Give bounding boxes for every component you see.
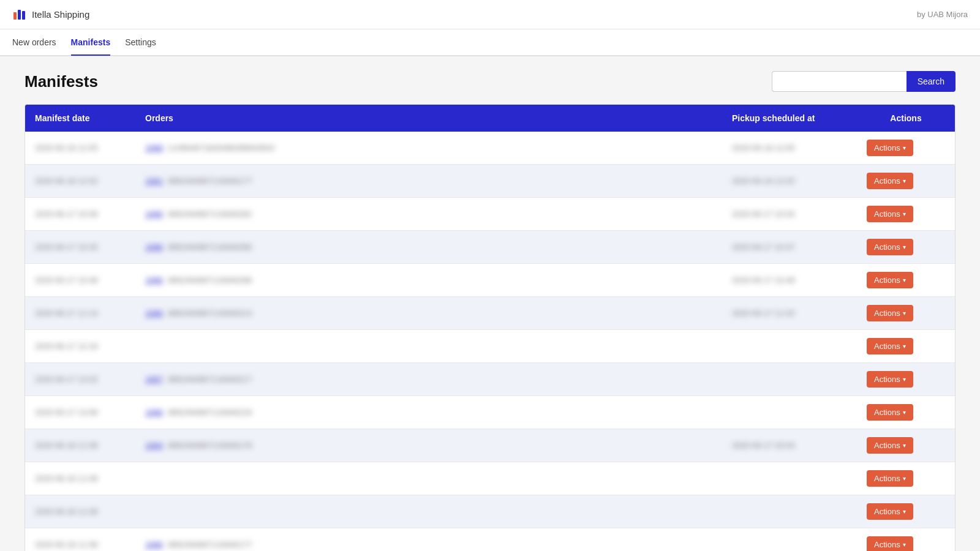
actions-button[interactable]: Actions ▾ <box>867 470 913 487</box>
cell-pickup: 2020-06-17 10:47 <box>722 231 857 264</box>
manifest-date: 2020-06-17 12:18 <box>35 342 98 351</box>
actions-button[interactable]: Actions ▾ <box>867 272 913 288</box>
cell-date: 2020-06-18 11:08 <box>25 462 135 495</box>
nav-manifests[interactable]: Manifests <box>71 30 111 56</box>
actions-button[interactable]: Actions ▾ <box>867 305 913 321</box>
brand-name: Itella Shipping <box>32 9 89 20</box>
dropdown-arrow-icon: ▾ <box>903 244 906 250</box>
cell-orders <box>135 330 722 363</box>
manifests-table-wrapper: Manifest date Orders Pickup scheduled at… <box>24 104 956 551</box>
cell-orders: 10668862494867116940213 <box>135 297 722 330</box>
col-header-orders: Orders <box>135 105 722 132</box>
cell-actions: Actions ▾ <box>857 297 955 330</box>
actions-button[interactable]: Actions ▾ <box>867 503 913 520</box>
cell-orders: 10668862494867116940218 <box>135 396 722 429</box>
actions-button[interactable]: Actions ▾ <box>867 371 913 388</box>
cell-pickup: 2020-06-17 20:03 <box>722 429 857 462</box>
cell-orders: 10648862494867116940178 <box>135 429 722 462</box>
table-row: 2020-06-17 11:14106688624948671169402132… <box>25 297 955 330</box>
actions-button[interactable]: Actions ▾ <box>867 404 913 421</box>
page-title: Manifests <box>24 72 98 91</box>
actions-button[interactable]: Actions ▾ <box>867 140 913 156</box>
cell-actions: Actions ▾ <box>857 429 955 462</box>
dropdown-arrow-icon: ▾ <box>903 376 906 383</box>
actions-button[interactable]: Actions ▾ <box>867 338 913 354</box>
cell-actions: Actions ▾ <box>857 363 955 396</box>
table-row: 2020-06-17 13:0210678862494867116940217A… <box>25 363 955 396</box>
cell-date: 2020-06-17 10:45 <box>25 231 135 264</box>
cell-orders: 10668862494867116940177 <box>135 528 722 552</box>
cell-actions: Actions ▾ <box>857 528 955 552</box>
dropdown-arrow-icon: ▾ <box>903 475 906 482</box>
cell-orders <box>135 495 722 528</box>
search-button[interactable]: Search <box>907 71 956 92</box>
orders-count-link[interactable]: 1066 <box>145 242 163 252</box>
cell-pickup <box>722 528 857 552</box>
actions-button[interactable]: Actions ▾ <box>867 173 913 189</box>
top-bar: Itella Shipping by UAB Mijora <box>0 0 980 29</box>
actions-button[interactable]: Actions ▾ <box>867 239 913 255</box>
nav-settings[interactable]: Settings <box>125 30 156 56</box>
cell-date: 2020-06-17 13:02 <box>25 363 135 396</box>
cell-actions: Actions ▾ <box>857 165 955 198</box>
orders-text: 8862494867116940177 <box>168 176 252 186</box>
cell-actions: Actions ▾ <box>857 330 955 363</box>
svg-rect-0 <box>13 12 17 20</box>
actions-button[interactable]: Actions ▾ <box>867 536 913 551</box>
cell-orders <box>135 462 722 495</box>
orders-count-link[interactable]: 1066 <box>145 209 163 219</box>
orders-count-link[interactable]: 1066 <box>145 408 163 417</box>
manifest-date: 2020-06-18 12:05 <box>35 143 98 152</box>
orders-count-link[interactable]: 1066 <box>145 276 163 285</box>
orders-text: 8862494867116940288 <box>168 276 252 285</box>
pickup-date: 2020-06-18 12:02 <box>732 176 795 186</box>
dropdown-arrow-icon: ▾ <box>903 541 906 548</box>
orders-text: 8862494867116940217 <box>168 375 252 384</box>
manifest-date: 2020-06-17 10:08 <box>35 209 98 219</box>
manifest-date: 2020-06-18 11:08 <box>35 441 98 450</box>
search-area: Search <box>772 71 956 92</box>
orders-text: 8862494867116940286 <box>168 242 252 252</box>
manifest-date: 2020-06-17 10:48 <box>35 276 98 285</box>
pickup-date: 2020-06-17 10:47 <box>732 242 795 252</box>
orders-text: 8862494867116940282 <box>168 209 252 219</box>
actions-button[interactable]: Actions ▾ <box>867 437 913 454</box>
search-input[interactable] <box>772 71 907 92</box>
col-header-date: Manifest date <box>25 105 135 132</box>
cell-pickup <box>722 462 857 495</box>
cell-date: 2020-06-17 10:48 <box>25 264 135 297</box>
svg-rect-2 <box>22 11 25 20</box>
orders-count-link[interactable]: 1068 <box>145 143 163 152</box>
orders-count-link[interactable]: 1064 <box>145 441 163 450</box>
orders-text: 8862494867116940178 <box>168 441 252 450</box>
actions-button[interactable]: Actions ▾ <box>867 206 913 222</box>
table-head: Manifest date Orders Pickup scheduled at… <box>25 105 955 132</box>
manifest-date: 2020-06-18 11:08 <box>35 474 98 483</box>
orders-count-link[interactable]: 1061 <box>145 176 163 186</box>
orders-count-link[interactable]: 1067 <box>145 375 163 384</box>
col-header-actions: Actions <box>857 105 955 132</box>
orders-count-link[interactable]: 1066 <box>145 540 163 549</box>
table-row: 2020-06-18 11:08Actions ▾ <box>25 462 955 495</box>
nav-bar: New orders Manifests Settings <box>0 29 980 56</box>
svg-rect-1 <box>18 10 21 20</box>
orders-count-link[interactable]: 1066 <box>145 309 163 318</box>
cell-pickup <box>722 330 857 363</box>
pickup-date: 2020-06-17 20:03 <box>732 441 795 450</box>
cell-actions: Actions ▾ <box>857 495 955 528</box>
cell-pickup: 2020-06-18 12:05 <box>722 132 857 165</box>
cell-orders: 10668862494867116940286 <box>135 231 722 264</box>
orders-text: 8862494867116940213 <box>168 309 252 318</box>
table-row: 2020-06-17 10:48106688624948671169402882… <box>25 264 955 297</box>
manifest-date: 2020-06-17 10:45 <box>35 242 98 252</box>
orders-text: 8862494867116940218 <box>168 408 252 417</box>
dropdown-arrow-icon: ▾ <box>903 178 906 184</box>
nav-new-orders[interactable]: New orders <box>12 30 56 56</box>
cell-actions: Actions ▾ <box>857 396 955 429</box>
manifest-date: 2020-06-17 13:02 <box>35 375 98 384</box>
table-row: 2020-06-18 12:051068LV#86487182648639884… <box>25 132 955 165</box>
main-content: Manifests Search Manifest date Orders Pi… <box>12 56 968 551</box>
cell-orders: 10668862494867116940288 <box>135 264 722 297</box>
cell-date: 2020-06-18 12:05 <box>25 132 135 165</box>
cell-actions: Actions ▾ <box>857 231 955 264</box>
